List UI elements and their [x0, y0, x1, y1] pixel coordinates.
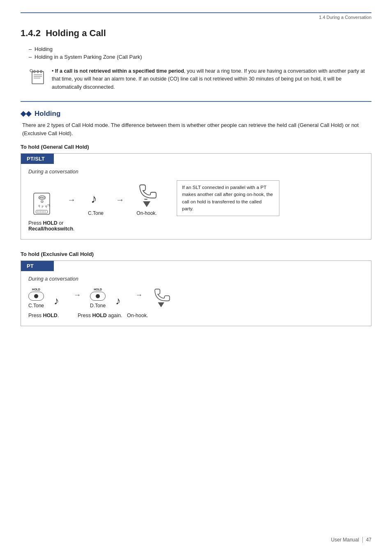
exclusive-press-row: Press HOLD. Press HOLD again. On-hook. — [28, 313, 364, 318]
ctone2-svg: ♪ — [53, 293, 65, 309]
hold2-tone-label: D.Tone — [90, 303, 106, 309]
general-hold-diagram: PT/SLT During a conversation HOLD OR — [21, 153, 371, 240]
footer-divider — [362, 537, 363, 543]
dtone-svg: ♪ — [115, 293, 126, 309]
svg-marker-26 — [143, 201, 150, 207]
svg-text:▼: ▼ — [143, 197, 149, 200]
excl-arrow2: → — [135, 291, 143, 309]
onhook-svg: ▼ — [136, 183, 157, 200]
exclusive-during: During a conversation — [28, 276, 364, 282]
press-col-3: On-hook. — [127, 313, 176, 318]
svg-text:μ: μ — [42, 204, 44, 208]
hold1-label: HOLD — [32, 288, 40, 291]
svg-text:HOLD: HOLD — [39, 197, 45, 199]
general-press-label: Press HOLD or Recall/hookswitch. — [28, 220, 364, 232]
svg-text:OR: OR — [41, 201, 44, 203]
ctone-item: ♪ C.Tone — [88, 190, 104, 216]
callout-text: If an SLT connected in parallel with a P… — [182, 185, 273, 211]
svg-marker-29 — [158, 302, 164, 307]
press-col-1: Press HOLD. — [28, 313, 78, 318]
hold2-btn: HOLD — [90, 288, 106, 301]
top-bar: 1.4 During a Conversation — [21, 12, 371, 20]
svg-rect-17 — [36, 210, 48, 213]
hold1-item: HOLD C.Tone — [28, 288, 44, 309]
list-item: Holding in a System Parking Zone (Call P… — [29, 54, 371, 60]
pt-device-svg: HOLD OR q μ ψ *1 — [28, 185, 55, 216]
svg-text:*1: *1 — [47, 204, 50, 207]
general-hold-label: To hold (General Call Hold) — [21, 144, 371, 150]
general-during: During a conversation — [28, 169, 364, 175]
hold1-btn: HOLD — [28, 288, 44, 301]
onhook-label: On-hook. — [136, 210, 157, 216]
onhook-item: ▼ On-hook. — [136, 183, 157, 216]
svg-text:q: q — [38, 204, 40, 207]
general-flow-items: HOLD OR q μ ψ *1 — [28, 180, 364, 216]
list-item: Holding — [29, 46, 371, 52]
diamond-icons: ◆◆ — [21, 109, 31, 118]
svg-text:♪: ♪ — [115, 295, 121, 307]
ctone-label: C.Tone — [88, 210, 104, 216]
onhook2-item — [152, 288, 171, 309]
pt-device-item: HOLD OR q μ ψ *1 — [28, 185, 55, 216]
holding-title: Holding — [35, 110, 60, 118]
holding-desc: There are 2 types of Call Hold mode. The… — [21, 121, 371, 137]
title-text: Holding a Call — [46, 28, 106, 38]
hold1-tone-label: C.Tone — [28, 303, 44, 309]
exclusive-hold-device: PT — [21, 261, 54, 271]
notice-text: • If a call is not retrieved within a sp… — [52, 67, 371, 91]
hold2-label: HOLD — [94, 288, 102, 291]
excl-arrow: → — [74, 291, 81, 309]
topic-list: Holding Holding in a System Parking Zone… — [21, 46, 371, 60]
svg-text:♪: ♪ — [91, 192, 97, 205]
hold1-btn-shape — [28, 292, 44, 301]
arrow-1: → — [67, 195, 76, 216]
ctone-svg: ♪ — [89, 190, 102, 208]
title-number: 1.4.2 — [21, 28, 41, 38]
footer-text: User Manual — [331, 537, 359, 543]
svg-rect-0 — [32, 71, 44, 84]
hold2-item: HOLD D.Tone — [90, 288, 106, 309]
general-hold-device: PT/SLT — [21, 154, 54, 164]
svg-text:♪: ♪ — [54, 295, 59, 307]
footer: User Manual 47 — [331, 537, 371, 543]
svg-text:ψ: ψ — [45, 204, 47, 208]
onhook2-svg — [152, 288, 171, 302]
header-section: 1.4 During a Conversation — [319, 15, 371, 20]
hold2-btn-shape — [90, 292, 106, 301]
footer-page: 47 — [366, 537, 371, 543]
callout-box: If an SLT connected in parallel with a P… — [177, 180, 279, 216]
exclusive-hold-diagram: PT During a conversation HOLD C.Tone — [21, 260, 371, 326]
exclusive-flow-items: HOLD C.Tone ♪ → — [28, 288, 364, 309]
notepad-icon — [29, 67, 47, 85]
arrow-2: → — [116, 195, 124, 216]
notice-box: • If a call is not retrieved within a sp… — [21, 67, 371, 91]
press-col-2: Press HOLD again. — [78, 313, 127, 318]
ctone2-item: ♪ — [53, 293, 65, 309]
exclusive-hold-label: To hold (Exclusive Call Hold) — [21, 251, 371, 257]
page-title: 1.4.2 Holding a Call — [21, 28, 371, 40]
subsection-title: ◆◆ Holding — [21, 109, 371, 118]
dtone-item: ♪ — [115, 293, 126, 309]
